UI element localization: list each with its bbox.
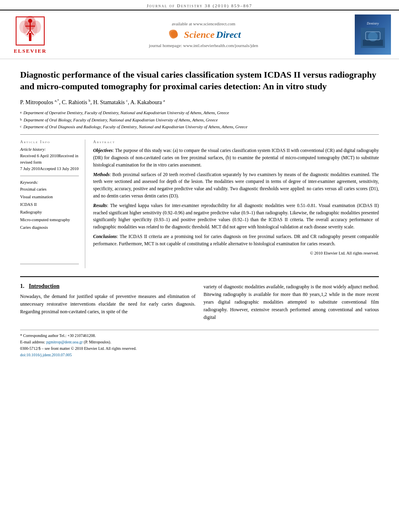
authors-line: P. Mitropoulos a,*, C. Rahiotis b, H. St… xyxy=(20,99,379,106)
main-content: Diagnostic performance of the visual car… xyxy=(0,59,399,366)
abstract-label: Abstract xyxy=(93,140,379,144)
cover-image xyxy=(361,28,385,48)
intro-right: variety of diagnostic modalities availab… xyxy=(204,283,379,322)
email-label: E-mail address: xyxy=(20,340,45,344)
keyword-2: Visual examination xyxy=(20,193,79,201)
doi-line: doi:10.1016/j.jdent.2010.07.005 xyxy=(20,352,379,358)
keyword-6: Caries diagnosis xyxy=(20,224,79,232)
journal-homepage: journal homepage: www.intl.elsevierhealt… xyxy=(52,43,355,48)
article-info-abstract: Article Info Article history: Received 6… xyxy=(20,140,379,268)
elsevier-logo: ELSEVIER xyxy=(8,15,52,54)
science-text: Science xyxy=(184,29,214,40)
results-text: The weighted kappa values for inter-exam… xyxy=(93,203,379,229)
email-link[interactable]: pgmitrop@dent.uoa.gr xyxy=(46,340,83,344)
methods-label: Methods xyxy=(93,172,110,177)
objectives-label: Objectives xyxy=(93,148,113,153)
banner-area: ELSEVIER available at www.sciencedirect.… xyxy=(0,10,399,59)
affiliation-a: a Department of Operative Dentistry, Fac… xyxy=(20,110,379,116)
intro-left: 1. Introduction Nowadays, the demand for… xyxy=(20,283,195,322)
conclusions-text: The ICDAS II criteria are a promising to… xyxy=(93,234,379,246)
affil-c-text: Department of Oral Diagnosis and Radiolo… xyxy=(23,124,247,130)
journal-cover: Dentistry xyxy=(355,14,391,55)
elsevier-label: ELSEVIER xyxy=(14,48,47,54)
intro-left-text: Nowadays, the demand for justified uptak… xyxy=(20,293,195,316)
abstract-results: Results: The weighted kappa values for i… xyxy=(93,202,379,231)
affiliation-b: b Department of Oral Biology, Faculty of… xyxy=(20,117,379,123)
affiliation-c: c Department of Oral Diagnosis and Radio… xyxy=(20,124,379,130)
keywords-label: Keywords: xyxy=(20,180,79,185)
keyword-1: Proximal caries xyxy=(20,186,79,193)
sciencedirect-logo: Science Direct xyxy=(52,29,355,41)
article-title-text: Diagnostic performance of the visual car… xyxy=(20,70,376,91)
available-text: available at www.sciencedirect.com xyxy=(52,21,355,26)
article-title: Diagnostic performance of the visual car… xyxy=(20,69,379,92)
abstract-conclusions: Conclusions: The ICDAS II criteria are a… xyxy=(93,233,379,248)
keywords-group: Keywords: Proximal caries Visual examina… xyxy=(20,180,79,231)
divider-1 xyxy=(20,134,379,135)
email-line: E-mail address: pgmitrop@dent.uoa.gr (P.… xyxy=(20,339,379,345)
affiliations: a Department of Operative Dentistry, Fac… xyxy=(20,110,379,130)
section-number: 1. xyxy=(20,283,25,289)
article-info-label: Article Info xyxy=(20,140,79,144)
methods-text: Both proximal surfaces of 20 teeth recei… xyxy=(93,172,379,198)
keyword-3: ICDAS II xyxy=(20,201,79,209)
email-suffix: (P. Mitropoulos). xyxy=(84,340,111,344)
section-heading: 1. Introduction xyxy=(20,283,195,290)
elsevier-tree-icon xyxy=(14,15,46,47)
affil-b-text: Department of Oral Biology, Faculty of D… xyxy=(24,117,218,123)
body-content: 1. Introduction Nowadays, the demand for… xyxy=(20,276,379,358)
journal-header: Journal of Dentistry 38 (2010) 859–867 xyxy=(0,0,399,10)
keyword-5: Micro-computed tomography xyxy=(20,216,79,224)
abstract-column: Abstract Objectives: The purpose of this… xyxy=(93,140,379,268)
affil-a-text: Department of Operative Dentistry, Facul… xyxy=(23,110,229,116)
article-history: Article history: Received 6 April 2010Re… xyxy=(20,147,79,172)
journal-title: Journal of Dentistry 38 (2010) 859–867 xyxy=(147,3,253,8)
intro-two-col: 1. Introduction Nowadays, the demand for… xyxy=(20,283,379,322)
sciencedirect-icon xyxy=(166,29,182,41)
history-label: Article history: xyxy=(20,147,79,152)
banner-center: available at www.sciencedirect.com Scien… xyxy=(52,21,355,48)
svg-point-6 xyxy=(28,19,32,23)
section-title: Introduction xyxy=(29,283,60,289)
cover-illustration xyxy=(361,28,385,48)
abstract-objectives: Objectives: The purpose of this study wa… xyxy=(93,147,379,168)
results-label: Results xyxy=(93,203,107,208)
direct-text: Direct xyxy=(216,29,241,40)
divider-keywords xyxy=(20,176,79,176)
issn-line: 0300-5712/$ – see front matter © 2010 El… xyxy=(20,345,379,352)
copyright: © 2010 Elsevier Ltd. All rights reserved… xyxy=(93,250,379,257)
objectives-text: The purpose of this study was: (a) to co… xyxy=(93,148,379,167)
keywords-list: Proximal caries Visual examination ICDAS… xyxy=(20,186,79,231)
cover-journal-name: Dentistry xyxy=(367,21,379,26)
conclusions-label: Conclusions xyxy=(93,234,117,239)
abstract-methods: Methods: Both proximal surfaces of 20 te… xyxy=(93,171,379,200)
abstract-text: Objectives: The purpose of this study wa… xyxy=(93,147,379,257)
corresponding-author: * Corresponding author Tel.: +30 2107461… xyxy=(20,333,379,339)
article-info-column: Article Info Article history: Received 6… xyxy=(20,140,85,268)
keyword-4: Radiography xyxy=(20,209,79,216)
history-value: Received 6 April 2010Received inrevised … xyxy=(20,153,79,172)
footer-area: * Corresponding author Tel.: +30 2107461… xyxy=(20,330,379,358)
intro-right-text: variety of diagnostic modalities availab… xyxy=(204,283,379,322)
divider-bottom-left xyxy=(20,264,79,264)
